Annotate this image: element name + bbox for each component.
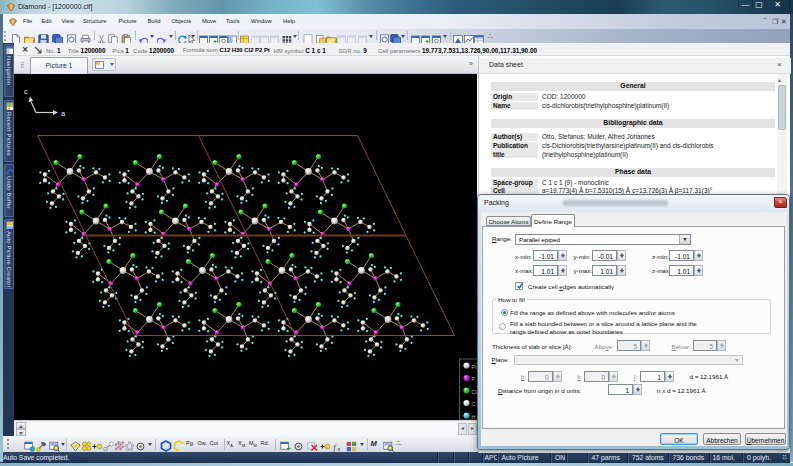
svg-text:P: P — [472, 376, 476, 382]
svg-text:C: C — [472, 401, 476, 407]
svg-text:H: H — [472, 413, 476, 419]
svg-text:c: c — [24, 86, 28, 95]
svg-text:f: f — [333, 443, 336, 452]
svg-text:x: x — [337, 446, 340, 452]
svg-text:Cl: Cl — [472, 388, 477, 394]
